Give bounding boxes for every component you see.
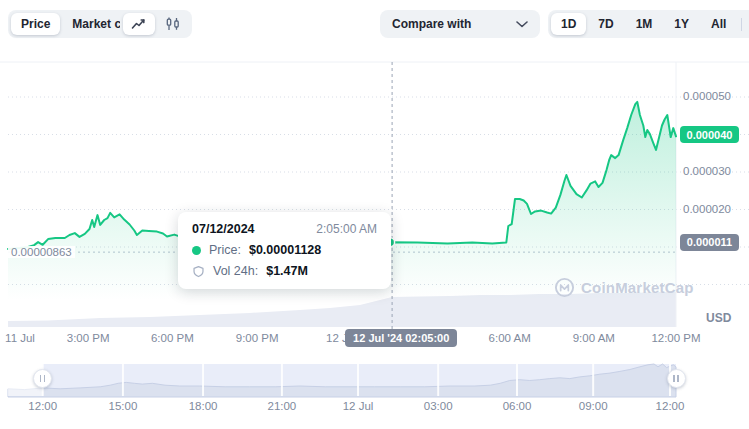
- navigator-tick-label: 21:00: [267, 400, 296, 412]
- compare-with-dropdown[interactable]: Compare with: [380, 10, 540, 38]
- navigator-tick-label: 12:00: [28, 400, 57, 412]
- range-divider: [741, 18, 742, 31]
- chart-tooltip: 07/12/2024 2:05:00 AM Price: $0.00001128…: [178, 212, 391, 289]
- price-toggle-button[interactable]: Price: [11, 13, 60, 35]
- price-chart-page: Price Market cap Compare wit: [0, 0, 749, 429]
- tooltip-price-value: $0.00001128: [249, 243, 321, 257]
- navigator-tick-label: 12 Jul: [343, 400, 374, 412]
- line-chart-icon: [131, 18, 147, 30]
- range-button-1m[interactable]: 1M: [626, 13, 663, 35]
- baseline-price-label: 0.00000863: [8, 246, 75, 258]
- x-axis-tick-label: 9:00 PM: [236, 332, 279, 344]
- x-axis-tick-label: 6:00 AM: [489, 332, 531, 344]
- coinmarketcap-logo-icon: [554, 277, 575, 298]
- volume-shield-icon: [192, 265, 205, 278]
- navigator-tick-label: 15:00: [109, 400, 138, 412]
- coinmarketcap-watermark: CoinMarketCap: [554, 277, 694, 298]
- navigator-tick-label: 18:00: [189, 400, 218, 412]
- crosshair-time-badge: 12 Jul '24 02:05:00: [345, 329, 457, 347]
- tooltip-volume-row: Vol 24h: $1.47M: [192, 264, 377, 278]
- chart-type-toggle-group: [120, 10, 192, 38]
- navigator-right-handle[interactable]: [667, 369, 686, 388]
- crosshair-price-badge: 0.000011: [680, 234, 739, 251]
- tooltip-price-label: Price:: [209, 243, 241, 257]
- currency-unit-label: USD: [706, 311, 731, 325]
- watermark-text: CoinMarketCap: [581, 279, 694, 296]
- tooltip-price-row: Price: $0.00001128: [192, 243, 377, 257]
- candlestick-chart-type-button[interactable]: [157, 13, 189, 35]
- candlestick-icon: [165, 17, 181, 31]
- range-button-1y[interactable]: 1Y: [664, 13, 699, 35]
- range-button-all[interactable]: All: [701, 13, 736, 35]
- tooltip-volume-label: Vol 24h:: [213, 264, 258, 278]
- navigator-tick-label: 09:00: [579, 400, 608, 412]
- line-chart-type-button[interactable]: [123, 13, 155, 35]
- price-series-dot-icon: [192, 246, 201, 255]
- tooltip-date: 07/12/2024: [192, 222, 255, 236]
- x-axis-tick-label: 11 Jul: [5, 332, 35, 344]
- current-price-badge: 0.000040: [680, 126, 739, 143]
- navigator-tick-label: 06:00: [503, 400, 532, 412]
- x-axis-tick-label: 3:00 PM: [67, 332, 110, 344]
- y-axis-tick-label: 0.000030: [683, 165, 731, 177]
- time-range-group: 1D7D1M1YAllLOG···: [548, 10, 749, 38]
- x-axis-tick-label: 12:00 PM: [651, 332, 700, 344]
- range-button-7d[interactable]: 7D: [588, 13, 623, 35]
- navigator-tick-label: 12:00: [656, 400, 685, 412]
- navigator-tick-label: 03:00: [424, 400, 453, 412]
- y-axis-tick-label: 0.000020: [683, 203, 731, 215]
- x-axis-tick-label: 9:00 AM: [573, 332, 615, 344]
- tooltip-volume-value: $1.47M: [266, 264, 308, 278]
- chevron-down-icon: [516, 21, 528, 28]
- tooltip-time: 2:05:00 AM: [316, 222, 377, 236]
- x-axis-tick-label: 6:00 PM: [151, 332, 194, 344]
- range-button-1d[interactable]: 1D: [551, 13, 586, 35]
- y-axis-tick-label: 0.000050: [683, 90, 731, 102]
- compare-with-label: Compare with: [392, 17, 471, 31]
